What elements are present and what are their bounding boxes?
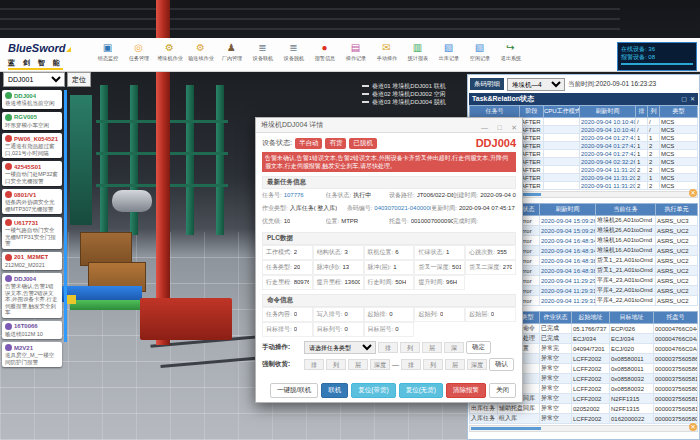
table-row[interactable]: 出库任务辅助托盘回库异常空02052002N2FF131500000375605… [470,404,698,414]
field-link[interactable]: 0403070021-0400000011 [374,205,431,211]
barcode-detail-button[interactable]: 条码明细 [470,78,504,90]
toolbar-button[interactable]: ≣ 设备脱机 [278,42,309,63]
column-header[interactable]: 作业状态 [540,312,572,324]
alarm-card[interactable]: 16T0066 输送线012M 10 [2,321,62,340]
device-select[interactable]: DDJ001 [3,72,65,87]
alarm-card[interactable]: PW06_K054521 三通道有货品超过窗口,021号小时间隔 [2,133,62,158]
table-cell: 异常空 [540,354,572,364]
toolbar-button[interactable]: ⚙ 堆垛机作业 [154,42,185,63]
force-from-input[interactable] [370,359,390,370]
toolbar-button[interactable]: ▧ 空闲记录 [464,42,495,63]
maximize-icon[interactable]: □ [497,124,501,131]
panel-collapse-icon[interactable]: ▢ [681,96,687,102]
table3-hscrollbar[interactable]: ✕ [469,425,698,432]
column-header[interactable]: 目标地址 [610,312,654,324]
alarm-card[interactable]: 201_M2MET 212M02_M2021 [2,252,62,271]
force-confirm-button[interactable]: 确认 [489,358,514,371]
alarm-card[interactable]: 42545S01 一楼自动门处MP32窗口安全光栅报警 [2,161,62,186]
table-cell: AFTER [520,158,544,166]
force-from-input[interactable] [348,359,368,370]
toolbar-button[interactable]: ✉ 手动操作 [371,42,402,63]
column-header[interactable]: 排 [636,106,648,118]
field: 脉冲(层):1 [364,260,415,275]
manual-coordinate-input[interactable] [444,342,464,353]
column-header[interactable]: CPU工作模式 [544,106,580,118]
alarm-device-code: 16T0066 [14,323,38,329]
field-label: 货叉一深度: [418,263,450,272]
device-filter-select[interactable]: 堆垛机—4 [507,78,565,91]
manual-coordinate-input[interactable] [400,342,420,353]
table-cell: 00000375605811 [654,374,698,384]
column-header[interactable]: 类型 [660,106,698,118]
toolbar-button[interactable]: ⚙ 输送线作业 [185,42,216,63]
dialog-titlebar[interactable]: 堆垛机DDJ004 详情 — □ ✕ [256,118,522,133]
alarm-card[interactable]: M2V21 道具房空_M_一楼空间防护门报警 [2,342,62,367]
column-header[interactable]: 刷新时间 [540,204,596,216]
field-label: 完成时间: [453,217,479,226]
force-to-input[interactable] [423,359,443,370]
toolbar-button[interactable]: ▧ 出库记录 [433,42,464,63]
overlay-status-line: 报警设备: 08 [621,53,693,61]
column-header[interactable]: 起始地址 [572,312,610,324]
table-cell: 2 [648,142,660,150]
table-cell: 1 [636,142,648,150]
toolbar-button[interactable]: ● 报警信息 [309,42,340,63]
column-header[interactable]: 托盘号 [654,312,698,324]
legend-line: 巷道03 堆垛机DDJ004 脱机 [362,98,446,106]
manual-coordinate-input[interactable] [378,342,398,353]
task-type-select[interactable]: 请选择任务类型 [304,341,376,354]
column-header[interactable]: 当前任务 [596,204,656,216]
alarm-card[interactable]: 0801/V1 链条内外协调安全光栅MTP307光栅报警 [2,189,62,214]
column-header[interactable]: 阶段 [520,106,544,118]
alarm-card[interactable]: RGV005 环形穿梭小车空闲 [2,112,62,131]
toolbar-button[interactable]: ♟ 厂内管理 [216,42,247,63]
field: 优先级:10 [262,217,326,226]
toolbar-button[interactable]: ▥ 统计报表 [402,42,433,63]
dialog-footer-button[interactable]: 关闭 [489,383,516,398]
table-cell: LCFF2002 [572,364,610,374]
alarm-card[interactable]: DDJ004 巷道堆垛机当前空闲 [2,90,62,109]
scene-legend: 巷道01 堆垛机DDJ001 联机 巷道02 堆垛机DDJ002 空闲 巷道03… [362,82,446,106]
toolbar-button[interactable]: ▤ 操作记录 [340,42,371,63]
dialog-footer-button[interactable]: 复位(无货) [399,383,443,398]
field-link[interactable]: 107776 [284,192,304,198]
sidebar-scrollbar[interactable] [64,90,67,342]
field-value: 2020-09-04 07:45:17 [459,205,515,211]
force-to-input[interactable] [445,359,465,370]
field: 起始排:0 [364,307,415,322]
panel-close-icon[interactable]: ✕ [690,96,695,102]
column-header[interactable]: 列 [648,106,660,118]
force-to-input[interactable] [467,359,487,370]
field-label: 心跳次数: [469,248,495,257]
minimize-icon[interactable]: — [481,124,488,131]
dialog-footer-button[interactable]: 复位(带货) [351,383,395,398]
table-cell: LCFF2002 [572,354,610,364]
alarm-card[interactable]: DDJ004 告警未确认,告警1错误文本,告警2错误文本,外围设备卡齐,行走伺服… [2,273,62,318]
toolbar-button-label: 设备脱机 [283,55,303,63]
toolbar-button[interactable]: ◎ 任务管理 [123,42,154,63]
manual-confirm-button[interactable]: 确定 [466,341,491,354]
manual-coordinate-input[interactable] [422,342,442,353]
alarm-card[interactable]: U617731 一楼气路自动门安全光栅MTP31安全门报警 [2,217,62,249]
toolbar-button[interactable]: ≣ 设备联机 [247,42,278,63]
dialog-footer-button[interactable]: 联机 [321,383,348,398]
dialog-footer-button[interactable]: 一键脱/联机 [270,383,318,398]
toolbar-button[interactable]: ↪ 退出系统 [495,42,526,63]
close-icon[interactable]: ✕ [511,124,517,131]
scroll-thumb[interactable] [471,427,541,430]
force-from-input[interactable] [304,359,324,370]
panel-close-icon[interactable]: ✕ [689,189,697,197]
force-from-input[interactable] [326,359,346,370]
force-to-input[interactable] [401,359,421,370]
dialog-footer-button[interactable]: 清除报警 [446,383,486,398]
locate-device-button[interactable]: 定位 [67,72,91,87]
table-cell: 2 [636,174,648,182]
status-badge: 已脱机 [349,138,377,149]
panel-close-icon[interactable]: ✕ [689,423,697,431]
field-label: 更新时间: [431,204,457,213]
column-header[interactable]: 刷新时间 [580,106,636,118]
column-header[interactable]: 执行单元 [656,204,698,216]
table-cell: 0x08580032 [610,374,654,384]
table-row[interactable]: 入库任务组入库异常空LCFF20020162000022000003756058… [470,414,698,424]
toolbar-button[interactable]: ▣ 组态监控 [92,42,123,63]
